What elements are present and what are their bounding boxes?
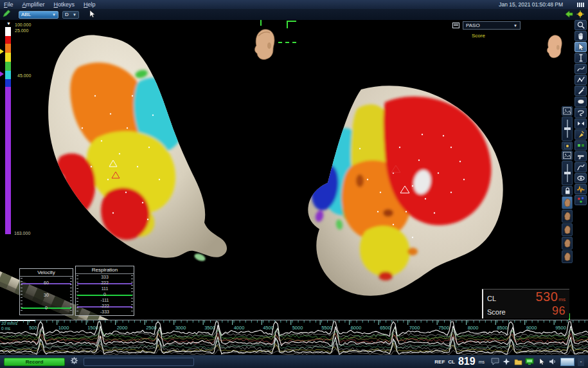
minimize-button[interactable]: - [578,358,584,366]
gauge-row: -333 [76,309,134,315]
ablation-tool[interactable] [575,151,587,161]
gauge-row: 30 [20,289,73,301]
head-view-3[interactable] [562,223,573,236]
app-grid-icon[interactable] [577,3,584,7]
pan-tool[interactable] [575,31,587,41]
ruler-label: 6000 [351,325,362,331]
scale-marker-value: 45.000 [17,73,31,78]
signal-tool[interactable] [575,184,587,194]
head-view-2[interactable] [562,210,573,223]
target-icon[interactable] [502,358,511,366]
ref-label: REF [434,359,445,365]
measure-tool[interactable] [575,75,587,85]
tool-column-primary [574,20,587,205]
text-tool[interactable] [575,53,587,63]
ecg-strip: 5001000150020002500300035004000450050005… [0,320,588,355]
curve-tool[interactable] [575,64,587,74]
ruler-label: 9000 [526,325,537,331]
line-tool[interactable] [575,162,587,172]
menu-item-hotkeys[interactable]: Hotkeys [54,1,75,8]
scale-segment [5,44,11,53]
cl-value: 530 [535,290,558,304]
gauge-row: 60 [20,277,73,289]
ref-cl-unit: ms [479,360,485,364]
sweep-speed-label: 20 mm/s [1,321,18,326]
ref-cl-value: 819 [458,356,476,367]
gauge-title: Velocity [20,269,73,277]
snapshot-icon[interactable] [576,9,585,21]
scale-yellow-marker[interactable] [0,49,4,54]
cl-unit: ms [558,297,566,302]
scale-min-value: 163.000 [14,231,30,235]
ruler-label: 2000 [117,325,128,331]
respiration-gauge: Respiration 3332221110-111-222-333 [75,266,134,316]
menu-item-amplifier[interactable]: Amplifier [22,1,45,8]
record-button[interactable]: Record [4,358,65,366]
folder-icon[interactable] [513,358,522,366]
tag-pair-tool[interactable] [575,140,587,151]
mapping-viewport[interactable]: ▼ 100.000 25.000 45.000 163.000 PASO ▼ S… [0,20,588,320]
chat-icon[interactable] [490,358,499,366]
scale-top-pointer[interactable]: ▼ [6,21,11,26]
eraser-tool[interactable] [575,129,587,140]
list-icon[interactable] [452,23,459,28]
ecg-traces: 5001000150020002500300035004000450050005… [0,320,588,355]
status-panel[interactable] [560,358,575,366]
score-label: Score [487,308,506,316]
lock-toggle[interactable] [562,186,573,196]
scale-segment [5,87,11,234]
ellipse-tool[interactable] [575,97,587,107]
right-map-model[interactable] [308,86,503,296]
map-image-button[interactable] [562,106,573,116]
orientation-dash-line [278,42,296,43]
marker-toggle[interactable] [562,142,573,150]
paso-mode-dropdown[interactable]: PASO ▼ [463,21,521,30]
head-view-4[interactable] [562,237,573,250]
head-view-5[interactable] [562,250,573,263]
patient-orientation-head[interactable] [255,30,275,60]
menu-item-file[interactable]: File [4,1,13,8]
select-tool[interactable] [575,42,587,52]
ruler-label: 8500 [497,325,508,331]
ruler-label: 3500 [204,325,215,331]
map-select-dropdown[interactable]: ABL ▼ [19,11,58,19]
menu-item-help[interactable]: Help [84,1,96,8]
edit-tool-icon[interactable] [2,9,11,21]
ruler-label: 5000 [292,325,303,331]
gauge-value: 111 [102,286,109,291]
fill-image-button[interactable] [562,151,573,160]
carto-mapping-window: FileAmplifierHotkeysHelp Jan 15, 2021 01… [0,0,588,368]
score-caption: Score [472,33,485,39]
color-scale-bar[interactable] [5,27,11,234]
annotation-input[interactable] [84,358,194,366]
scale-segment [5,36,11,44]
patient-orientation-head-small[interactable] [547,35,562,58]
zoom-slider[interactable] [562,161,573,185]
undo-arrow-icon[interactable] [564,9,573,21]
gear-icon[interactable] [70,356,78,367]
opacity-slider[interactable] [562,116,573,141]
scale-upper-value: 100.000 [15,23,31,27]
points-tool[interactable] [575,195,587,205]
gauge-value: 222 [101,281,109,285]
pointer-tool-icon[interactable] [88,9,96,21]
cursor-icon[interactable] [537,358,546,366]
audio-icon[interactable] [548,358,557,366]
zoom-tool[interactable] [575,20,587,30]
gauge-value: -222 [100,304,109,308]
cl-label: CL [487,295,496,302]
visibility-tool[interactable] [575,173,587,183]
view-select-dropdown[interactable]: D ▼ [62,11,79,19]
scale-purple-marker[interactable] [0,71,4,77]
lasso-tool[interactable] [575,107,587,118]
gauge-value: -111 [101,298,109,302]
ruler-label: 4000 [234,325,245,331]
orientation-tick [260,20,262,26]
head-view-1[interactable] [562,196,573,209]
pen-tool[interactable] [575,86,587,96]
monitor-icon[interactable] [525,358,534,366]
gauge-row: 111 [76,286,134,291]
paso-mode-value: PASO [466,23,480,28]
left-map-model[interactable] [48,35,227,262]
clip-tool[interactable] [575,118,587,129]
